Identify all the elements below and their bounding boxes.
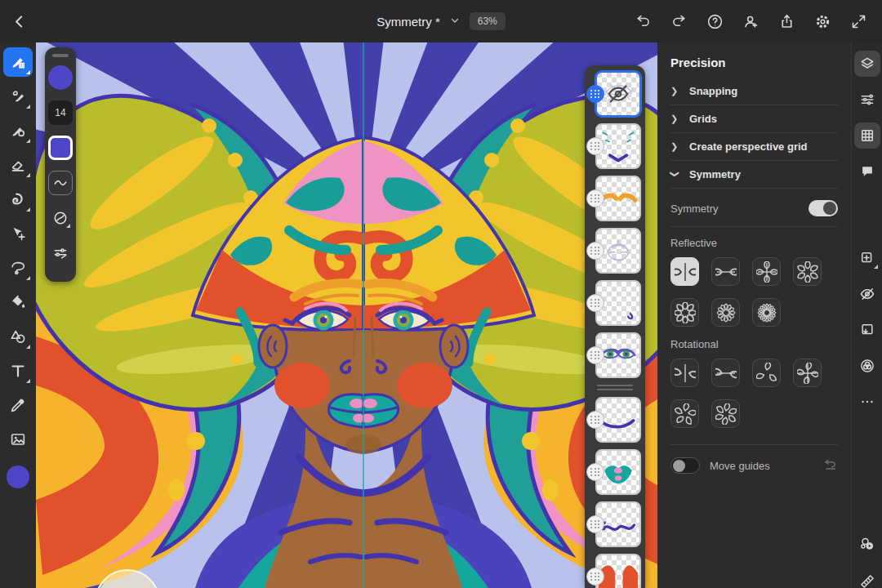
layer-options-chip[interactable] [586, 294, 604, 312]
reflective-mirror-horizontal-button[interactable] [711, 257, 740, 286]
smoothing-button[interactable] [48, 171, 73, 195]
layer-options-chip[interactable] [586, 242, 604, 260]
layer-options-chip[interactable] [586, 137, 604, 155]
add-layer-button[interactable] [854, 245, 880, 271]
layer-options-chip[interactable] [586, 346, 604, 364]
section-snapping[interactable]: ❯ Snapping [670, 78, 838, 105]
layers-button[interactable] [854, 51, 880, 77]
lasso-select-tool[interactable] [3, 253, 33, 283]
chevron-right-icon: ❯ [670, 86, 679, 96]
symmetry-toggle[interactable] [808, 200, 838, 216]
symmetry-toggle-row: Symmetry [670, 200, 838, 216]
layer-options-chip[interactable] [586, 85, 604, 103]
undo-icon[interactable] [630, 9, 655, 33]
comment-button[interactable] [854, 158, 880, 185]
drawing-canvas[interactable] [36, 42, 657, 588]
mixer-brush-tool[interactable] [3, 116, 33, 145]
section-grids[interactable]: ❯ Grids [670, 105, 838, 133]
back-button[interactable] [2, 3, 38, 39]
smudge-tool[interactable] [3, 185, 33, 214]
reflective-mirror-twelve-way-button[interactable] [711, 298, 740, 327]
chevron-right-icon: ❯ [670, 141, 679, 152]
reflective-mirror-six-way-button[interactable] [793, 257, 822, 286]
fill-tool[interactable] [3, 287, 33, 317]
layer-item-lips[interactable] [595, 449, 641, 495]
rotational-rotate-four-button[interactable] [793, 359, 822, 387]
brush-settings-button[interactable] [48, 241, 73, 265]
precision-button[interactable] [854, 122, 880, 149]
rotational-rotate-two-diagonal-button[interactable] [711, 359, 740, 387]
place-image-tool[interactable] [3, 425, 33, 454]
move-tool[interactable] [3, 219, 33, 248]
move-guides-label: Move guides [710, 460, 770, 472]
rotational-rotate-five-button[interactable] [670, 399, 699, 428]
layer-item-marks[interactable] [595, 123, 641, 169]
layer-item-smile[interactable] [595, 397, 641, 443]
layers-strip [585, 65, 645, 588]
rotational-options [670, 359, 838, 428]
layer-mask-button[interactable] [854, 317, 880, 343]
symmetry-toggle-label: Symmetry [670, 203, 719, 215]
layer-item-speck[interactable] [595, 280, 641, 326]
title-chevron-down-icon[interactable] [450, 14, 460, 29]
current-color-chip[interactable] [7, 466, 29, 488]
share-icon[interactable] [774, 9, 799, 33]
layer-item-eyes[interactable] [595, 332, 641, 378]
layer-item-orange-bits[interactable] [595, 554, 641, 588]
layer-item-eyebrows[interactable] [595, 176, 641, 221]
reset-undo-icon[interactable] [823, 457, 838, 474]
fullscreen-icon[interactable] [846, 9, 871, 33]
hide-layer-button[interactable] [854, 281, 880, 307]
eraser-tool[interactable] [3, 150, 33, 180]
redo-icon[interactable] [666, 9, 691, 33]
rotational-rotate-six-button[interactable] [711, 399, 740, 428]
brush-size-field[interactable]: 14 [48, 100, 73, 125]
topbar-actions [630, 9, 882, 33]
rotational-rotate-two-button[interactable] [670, 359, 699, 387]
reflective-mirror-sixteen-way-button[interactable] [752, 298, 781, 327]
shapes-tool[interactable] [3, 322, 33, 351]
section-perspective-grid[interactable]: ❯ Create perspective grid [670, 133, 838, 161]
panel-title: Precision [670, 56, 838, 69]
layer-item-squiggle[interactable] [595, 501, 641, 547]
invite-collaborator-icon[interactable] [738, 9, 763, 33]
section-symmetry[interactable]: ❯ Symmetry [670, 161, 838, 189]
reflective-mirror-vertical-button[interactable] [670, 257, 699, 286]
panel-drag-handle[interactable] [52, 54, 69, 57]
rotational-label: Rotational [670, 338, 838, 350]
precision-panel: Precision ❯ Snapping ❯ Grids ❯ Create pe… [657, 42, 851, 588]
layer-options-chip[interactable] [586, 189, 604, 207]
document-title: Symmetry * [376, 15, 440, 29]
taskbar-rail [851, 42, 882, 588]
section-label: Snapping [689, 85, 737, 97]
brush-options-panel: 14 [45, 47, 76, 282]
text-tool[interactable] [3, 356, 33, 385]
eyedropper-tool[interactable] [3, 390, 33, 420]
timelapse-button[interactable] [854, 531, 880, 557]
zoom-level-badge[interactable]: 63% [470, 12, 506, 30]
more-options-button[interactable] [854, 389, 880, 415]
reflective-label: Reflective [670, 237, 838, 249]
brush-properties-button[interactable] [854, 87, 880, 113]
move-guides-toggle[interactable] [670, 457, 700, 474]
brush-preview-color[interactable] [48, 65, 73, 90]
section-label: Symmetry [689, 168, 741, 180]
ruler-button[interactable] [854, 568, 880, 588]
rotational-rotate-three-button[interactable] [752, 359, 781, 387]
reflective-mirror-four-way-button[interactable] [752, 257, 781, 286]
layer-options-chip[interactable] [586, 411, 604, 429]
pixel-brush-tool[interactable] [3, 47, 33, 77]
layer-options-chip[interactable] [586, 463, 604, 481]
reflective-mirror-eight-way-button[interactable] [670, 298, 699, 327]
layer-options-chip[interactable] [586, 515, 604, 533]
blend-modes-button[interactable] [854, 353, 880, 379]
stabilizer-button[interactable] [48, 206, 73, 230]
live-brush-tool[interactable] [3, 82, 33, 111]
layer-item-face-sketch[interactable] [595, 228, 641, 274]
color-swatch-button[interactable] [48, 136, 73, 160]
settings-icon[interactable] [810, 9, 835, 33]
help-icon[interactable] [702, 9, 727, 33]
layer-options-chip[interactable] [586, 568, 604, 586]
chevron-down-icon: ❯ [670, 171, 680, 179]
layer-item-sketch[interactable] [595, 71, 641, 117]
